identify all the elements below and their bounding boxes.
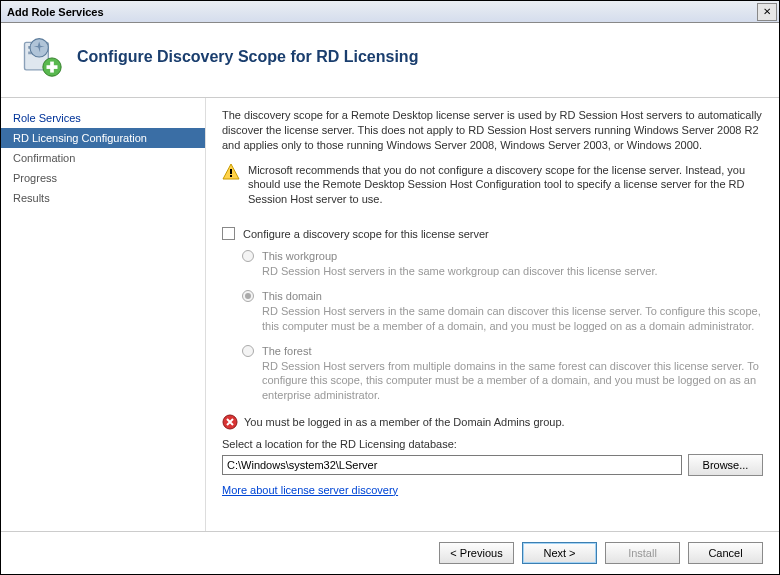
sidebar-item-progress[interactable]: Progress [1,168,205,188]
svg-rect-8 [230,175,232,177]
warning-row: Microsoft recommends that you do not con… [222,163,763,208]
close-button[interactable]: ✕ [757,3,777,21]
radio-workgroup-label: This workgroup [262,250,337,262]
radio-workgroup-block: This workgroup RD Session Host servers i… [242,250,763,278]
browse-button[interactable]: Browse... [688,454,763,476]
intro-text: The discovery scope for a Remote Desktop… [222,108,763,153]
svg-rect-6 [47,65,58,69]
radio-domain-desc: RD Session Host servers in the same doma… [262,304,763,333]
header: Configure Discovery Scope for RD Licensi… [1,23,779,98]
scope-radio-group: This workgroup RD Session Host servers i… [242,250,763,402]
next-button[interactable]: Next > [522,542,597,564]
titlebar: Add Role Services ✕ [1,1,779,23]
wizard-window: Add Role Services ✕ Configure Discovery … [0,0,780,575]
previous-button[interactable]: < Previous [439,542,514,564]
radio-forest[interactable] [242,345,254,357]
sidebar-item-rd-licensing-configuration[interactable]: RD Licensing Configuration [1,128,205,148]
configure-scope-checkbox[interactable] [222,227,235,240]
more-link[interactable]: More about license server discovery [222,484,398,496]
main-content: The discovery scope for a Remote Desktop… [206,98,779,531]
body: Role Services RD Licensing Configuration… [1,98,779,531]
close-icon: ✕ [763,6,771,17]
radio-forest-desc: RD Session Host servers from multiple do… [262,359,763,402]
warning-text: Microsoft recommends that you do not con… [248,163,763,208]
sidebar-item-role-services[interactable]: Role Services [1,108,205,128]
radio-forest-block: The forest RD Session Host servers from … [242,345,763,402]
install-button: Install [605,542,680,564]
configure-scope-label: Configure a discovery scope for this lic… [243,228,489,240]
cancel-button[interactable]: Cancel [688,542,763,564]
radio-domain-label: This domain [262,290,322,302]
page-title: Configure Discovery Scope for RD Licensi… [77,48,418,66]
configure-scope-row[interactable]: Configure a discovery scope for this lic… [222,227,763,240]
location-input[interactable] [222,455,682,475]
server-role-icon [19,35,63,79]
svg-rect-7 [230,169,232,174]
radio-domain[interactable] [242,290,254,302]
radio-domain-block: This domain RD Session Host servers in t… [242,290,763,333]
radio-workgroup[interactable] [242,250,254,262]
error-row: You must be logged in as a member of the… [222,414,763,430]
sidebar-item-results[interactable]: Results [1,188,205,208]
location-label: Select a location for the RD Licensing d… [222,438,763,450]
location-row: Browse... [222,454,763,476]
radio-forest-label: The forest [262,345,312,357]
sidebar-item-confirmation[interactable]: Confirmation [1,148,205,168]
window-title: Add Role Services [7,6,757,18]
footer: < Previous Next > Install Cancel [1,531,779,574]
radio-workgroup-desc: RD Session Host servers in the same work… [262,264,763,278]
sidebar: Role Services RD Licensing Configuration… [1,98,206,531]
warning-icon [222,163,240,181]
error-icon [222,414,238,430]
error-text: You must be logged in as a member of the… [244,416,565,428]
